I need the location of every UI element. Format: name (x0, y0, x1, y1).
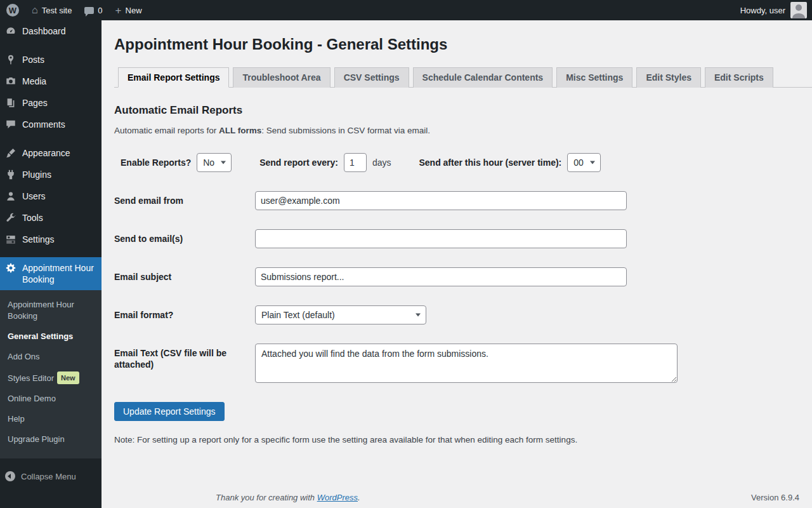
email-text-textarea[interactable]: Attached you will find the data from the… (255, 344, 678, 383)
send-email-from-label: Send email from (114, 195, 255, 206)
account-menu[interactable]: Howdy, user (740, 0, 812, 20)
send-to-emails-row: Send to email(s) (114, 229, 799, 248)
sidebar-item-plugins[interactable]: Plugins (0, 164, 102, 185)
media-camera-icon (5, 76, 16, 87)
submenu-item-label: General Settings (8, 331, 73, 341)
report-schedule-row: Enable Reports? No Send report every: da… (121, 153, 799, 172)
tab-schedule-calendar-contents[interactable]: Schedule Calendar Contents (413, 67, 553, 88)
submenu-item-styles-editor[interactable]: Styles EditorNew (0, 367, 102, 389)
sidebar-item-appointment-hour-booking[interactable]: Appointment Hour Booking (0, 257, 102, 290)
site-name-link[interactable]: ⌂ Test site (25, 0, 78, 20)
menu-separator (0, 250, 102, 257)
wordpress-logo[interactable]: W (0, 0, 25, 20)
submenu-item-label: Help (8, 414, 25, 424)
sidebar-item-media[interactable]: Media (0, 70, 102, 92)
sidebar-item-label: Users (22, 190, 46, 202)
comment-bubble-icon (84, 7, 94, 14)
section-title: Automatic Email Reports (114, 104, 799, 117)
tab-edit-styles[interactable]: Edit Styles (636, 67, 701, 88)
footer-thanks: Thank you for creating with WordPress. (216, 493, 360, 502)
pages-icon (5, 97, 16, 109)
admin-sidebar: Dashboard Posts Media Pages Comments App… (0, 20, 102, 508)
send-after-hour-select[interactable]: 00 (567, 153, 601, 172)
email-format-select[interactable]: Plain Text (default) (255, 305, 426, 324)
footer-thanks-prefix: Thank you for creating with (216, 493, 317, 502)
days-suffix-label: days (372, 157, 391, 168)
submenu-item-label: Online Demo (8, 394, 56, 403)
send-to-emails-input[interactable] (255, 229, 627, 248)
sidebar-item-pages[interactable]: Pages (0, 92, 102, 114)
plus-icon: + (115, 5, 122, 16)
sidebar-item-label: Tools (22, 212, 43, 224)
new-badge: New (57, 371, 79, 384)
new-content-menu[interactable]: + New (109, 0, 148, 20)
email-format-label: Email format? (114, 309, 255, 321)
submenu-item-upgrade-plugin[interactable]: Upgrade Plugin (0, 429, 102, 450)
sidebar-item-label: Appearance (22, 147, 70, 159)
email-text-label: Email Text (CSV file will be attached) (114, 344, 255, 370)
submenu-item-help[interactable]: Help (0, 409, 102, 429)
email-subject-input[interactable] (255, 267, 627, 286)
submenu-item-label: Styles Editor (8, 373, 54, 383)
email-format-row: Email format? Plain Text (default) (114, 305, 799, 324)
submenu-item-general-settings[interactable]: General Settings (0, 326, 102, 347)
submenu-item-online-demo[interactable]: Online Demo (0, 389, 102, 409)
admin-footer: Thank you for creating with WordPress. V… (216, 493, 799, 502)
chevron-down-icon (590, 161, 595, 164)
submenu-item-label: Add Ons (8, 352, 40, 361)
sidebar-item-label: Plugins (22, 169, 51, 180)
send-after-hour-label: Send after this hour (server time): (419, 157, 561, 168)
collapse-menu-button[interactable]: Collapse Menu (0, 466, 102, 486)
sidebar-item-label: Dashboard (22, 25, 66, 37)
email-text-row: Email Text (CSV file will be attached) A… (114, 344, 799, 385)
collapse-menu-label: Collapse Menu (21, 472, 76, 481)
sidebar-item-posts[interactable]: Posts (0, 49, 102, 70)
comments-shortcut[interactable]: 0 (78, 0, 108, 20)
wordpress-logo-icon: W (6, 4, 19, 17)
send-every-input[interactable] (344, 153, 367, 172)
collapse-arrow-icon (5, 471, 15, 481)
chevron-down-icon (416, 314, 421, 317)
email-subject-label: Email subject (114, 271, 255, 283)
plugin-submenu: Appointment Hour Booking General Setting… (0, 290, 102, 458)
tab-misc-settings[interactable]: Misc Settings (556, 67, 632, 88)
tools-wrench-icon (5, 212, 16, 224)
sidebar-item-label: Comments (22, 119, 65, 130)
update-report-settings-button[interactable]: Update Report Settings (114, 402, 225, 421)
gear-icon (5, 262, 16, 274)
sidebar-item-dashboard[interactable]: Dashboard (0, 20, 102, 42)
submenu-item-add-ons[interactable]: Add Ons (0, 347, 102, 367)
wordpress-link[interactable]: WordPress (317, 493, 358, 502)
intro-suffix: : Send submissions in CSV format via ema… (261, 126, 430, 135)
avatar (790, 2, 807, 18)
send-to-emails-label: Send to email(s) (114, 233, 255, 244)
tab-email-report-settings[interactable]: Email Report Settings (118, 67, 229, 88)
email-subject-row: Email subject (114, 267, 799, 286)
tab-csv-settings[interactable]: CSV Settings (334, 67, 409, 88)
sidebar-item-users[interactable]: Users (0, 185, 102, 207)
tab-edit-scripts[interactable]: Edit Scripts (705, 67, 773, 88)
sidebar-item-label: Media (22, 76, 46, 87)
sidebar-item-comments[interactable]: Comments (0, 114, 102, 135)
settings-tab-bar: Email Report Settings Troubleshoot Area … (114, 67, 812, 88)
intro-prefix: Automatic email reports for (114, 126, 219, 135)
comments-count: 0 (98, 6, 102, 15)
home-icon: ⌂ (32, 5, 38, 15)
comments-icon (5, 119, 16, 130)
sidebar-item-label: Settings (22, 234, 55, 245)
enable-reports-select[interactable]: No (197, 153, 232, 172)
settings-sliders-icon (5, 234, 16, 245)
intro-text: Automatic email reports for ALL forms: S… (114, 126, 799, 135)
submenu-item-appointment-hour-booking[interactable]: Appointment Hour Booking (0, 295, 102, 326)
site-name-label: Test site (42, 6, 72, 15)
sidebar-item-tools[interactable]: Tools (0, 207, 102, 229)
posts-pin-icon (5, 54, 16, 65)
tab-troubleshoot-area[interactable]: Troubleshoot Area (233, 67, 330, 88)
intro-bold: ALL forms (219, 126, 261, 135)
send-email-from-input[interactable] (255, 191, 627, 210)
version-label: Version 6.9.4 (751, 493, 799, 502)
plugins-plug-icon (5, 169, 16, 180)
sidebar-item-settings[interactable]: Settings (0, 229, 102, 250)
sidebar-item-appearance[interactable]: Appearance (0, 142, 102, 164)
howdy-label: Howdy, user (740, 6, 785, 15)
